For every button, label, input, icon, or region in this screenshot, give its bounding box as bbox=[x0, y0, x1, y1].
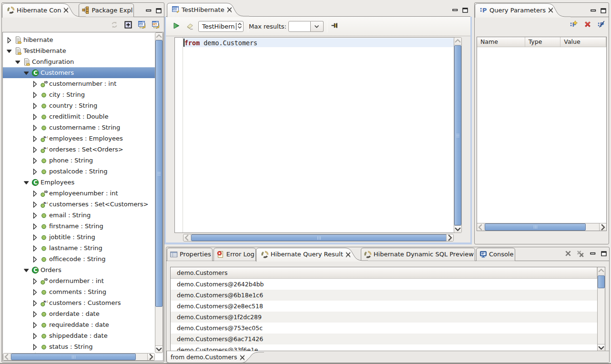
editor-horizontal-scrollbar[interactable] bbox=[183, 234, 454, 242]
scroll-left-button[interactable] bbox=[183, 234, 191, 241]
tab-error-log[interactable]: Error Log bbox=[214, 247, 256, 261]
close-all-results-icon[interactable] bbox=[577, 250, 584, 259]
scroll-down-button[interactable] bbox=[454, 225, 461, 233]
close-icon[interactable] bbox=[240, 354, 245, 360]
tree-item-creditlimit[interactable]: creditlimit : Double bbox=[3, 111, 155, 122]
result-row[interactable]: demo.Customers@2e8ec518 bbox=[171, 301, 597, 312]
expander-collapsed-icon[interactable] bbox=[31, 146, 38, 153]
expander-collapsed-icon[interactable] bbox=[31, 113, 38, 120]
configuration-combo[interactable]: TestHibern bbox=[198, 21, 244, 32]
expander-expanded-icon[interactable] bbox=[23, 179, 30, 186]
expander-expanded-icon[interactable] bbox=[6, 48, 12, 54]
tree-item-orderses[interactable]: N-1orderses : Set<Orders> bbox=[3, 144, 155, 155]
tree-item-email[interactable]: email : String bbox=[3, 210, 155, 221]
result-row[interactable]: demo.Customers@2642b4bb bbox=[171, 279, 597, 290]
tab-testhibernate[interactable]: HQL TestHibernate bbox=[167, 2, 234, 17]
scrollbar-thumb[interactable] bbox=[454, 45, 461, 225]
scroll-up-button[interactable] bbox=[155, 33, 163, 40]
result-row[interactable]: demo.Customers@6ac71426 bbox=[171, 334, 597, 344]
tab-from-demo-customers[interactable]: from demo.Customers bbox=[166, 351, 249, 363]
tree-horizontal-scrollbar[interactable] bbox=[3, 353, 155, 361]
column-header-type[interactable]: Type bbox=[525, 37, 561, 47]
close-result-icon[interactable] bbox=[565, 250, 571, 258]
expander-collapsed-icon[interactable] bbox=[31, 168, 38, 175]
tree-item-postalcode[interactable]: postalcode : String bbox=[3, 166, 155, 177]
expander-expanded-icon[interactable] bbox=[14, 59, 21, 65]
tab-properties[interactable]: Properties bbox=[167, 247, 213, 261]
expander-collapsed-icon[interactable] bbox=[31, 234, 38, 241]
scroll-right-button[interactable] bbox=[446, 234, 453, 241]
scrollbar-thumb[interactable] bbox=[485, 223, 586, 231]
tree-item-configuration[interactable]: Configuration bbox=[3, 56, 155, 67]
clear-editor-button[interactable] bbox=[186, 22, 194, 31]
tree-item-requireddate[interactable]: requireddate : date bbox=[3, 319, 155, 330]
expander-collapsed-icon[interactable] bbox=[31, 278, 38, 284]
tree-item-firstname[interactable]: firstname : String bbox=[3, 221, 155, 232]
maximize-icon[interactable] bbox=[156, 8, 162, 13]
result-row[interactable]: demo.Customers@6b18e1c6 bbox=[171, 290, 597, 301]
tree-item-shippeddate[interactable]: shippeddate : date bbox=[3, 330, 155, 341]
scroll-down-button[interactable] bbox=[598, 344, 605, 351]
tree-item-customers[interactable]: CCustomers bbox=[3, 67, 155, 78]
expander-collapsed-icon[interactable] bbox=[6, 37, 12, 43]
scroll-right-button[interactable] bbox=[147, 354, 154, 360]
expander-expanded-icon[interactable] bbox=[23, 267, 30, 273]
tree-item-orderdate[interactable]: orderdate : date bbox=[3, 308, 155, 319]
column-header-name[interactable]: Name bbox=[477, 37, 525, 47]
expander-collapsed-icon[interactable] bbox=[31, 102, 38, 109]
scroll-up-button[interactable] bbox=[598, 267, 605, 274]
minimize-icon[interactable] bbox=[590, 251, 596, 258]
expander-collapsed-icon[interactable] bbox=[31, 333, 38, 339]
tab-hibernate-con[interactable]: Hibernate Con bbox=[2, 3, 71, 17]
expander-collapsed-icon[interactable] bbox=[31, 322, 38, 328]
close-icon[interactable] bbox=[548, 7, 554, 13]
expander-collapsed-icon[interactable] bbox=[31, 91, 38, 98]
expander-collapsed-icon[interactable] bbox=[31, 344, 38, 350]
tab-console[interactable]: Console bbox=[476, 247, 515, 261]
tree-item-testhibernate[interactable]: TestHibernate bbox=[3, 45, 155, 56]
scrollbar-thumb[interactable] bbox=[598, 275, 605, 288]
tree-item-lastname[interactable]: lastname : String bbox=[3, 243, 155, 253]
max-results-dropdown[interactable] bbox=[311, 21, 324, 32]
expander-collapsed-icon[interactable] bbox=[31, 223, 38, 230]
close-icon[interactable] bbox=[227, 7, 233, 12]
params-horizontal-scrollbar[interactable] bbox=[477, 223, 606, 231]
scroll-left-button[interactable] bbox=[477, 223, 484, 231]
expander-collapsed-icon[interactable] bbox=[31, 157, 38, 164]
scrollbar-thumb[interactable] bbox=[191, 234, 447, 241]
tab-hibernate-dynamic-sql-preview[interactable]: Hibernate Dynamic SQL Preview bbox=[361, 247, 475, 261]
result-row[interactable]: demo.Customers@1f2dc289 bbox=[171, 312, 597, 323]
scrollbar-thumb[interactable] bbox=[155, 40, 163, 307]
expander-collapsed-icon[interactable] bbox=[31, 212, 38, 219]
minimize-icon[interactable] bbox=[146, 8, 152, 13]
close-icon[interactable] bbox=[63, 7, 69, 13]
tab-hibernate-query-result[interactable]: Hibernate Query Result bbox=[256, 247, 353, 261]
tree-item-customernumber[interactable]: IDcustomernumber : int bbox=[3, 78, 155, 89]
maximize-icon[interactable] bbox=[601, 8, 606, 13]
expander-collapsed-icon[interactable] bbox=[31, 256, 38, 263]
result-row[interactable]: demo.Customers@33f6e1e bbox=[171, 344, 597, 351]
expander-collapsed-icon[interactable] bbox=[31, 289, 38, 295]
tree-item-city[interactable]: city : String bbox=[3, 89, 155, 100]
tree-item-status[interactable]: status : String bbox=[3, 341, 155, 352]
max-results-input[interactable] bbox=[288, 21, 311, 32]
minimize-icon[interactable] bbox=[591, 8, 596, 13]
scrollbar-thumb[interactable] bbox=[11, 354, 136, 360]
remove-parameter-icon[interactable] bbox=[584, 20, 591, 28]
run-hql-button[interactable] bbox=[173, 22, 180, 31]
combo-updown-icon[interactable] bbox=[236, 21, 243, 31]
tree-item-country[interactable]: country : String bbox=[3, 100, 155, 111]
scroll-left-button[interactable] bbox=[3, 354, 10, 360]
open-hql-editor-icon[interactable]: HQL bbox=[138, 21, 146, 29]
expander-collapsed-icon[interactable] bbox=[31, 245, 38, 252]
scroll-up-button[interactable] bbox=[454, 38, 461, 45]
pin-editor-button[interactable] bbox=[331, 22, 338, 30]
expander-collapsed-icon[interactable] bbox=[31, 311, 38, 317]
expander-collapsed-icon[interactable] bbox=[31, 300, 38, 306]
tab-query-parameters[interactable]: PQuery Parameters bbox=[475, 3, 556, 17]
expander-collapsed-icon[interactable] bbox=[31, 201, 38, 208]
minimize-icon[interactable] bbox=[452, 7, 458, 12]
expander-collapsed-icon[interactable] bbox=[31, 124, 38, 131]
tree-item-orders[interactable]: COrders bbox=[3, 264, 155, 275]
open-criteria-editor-icon[interactable]: CRI bbox=[152, 21, 160, 29]
